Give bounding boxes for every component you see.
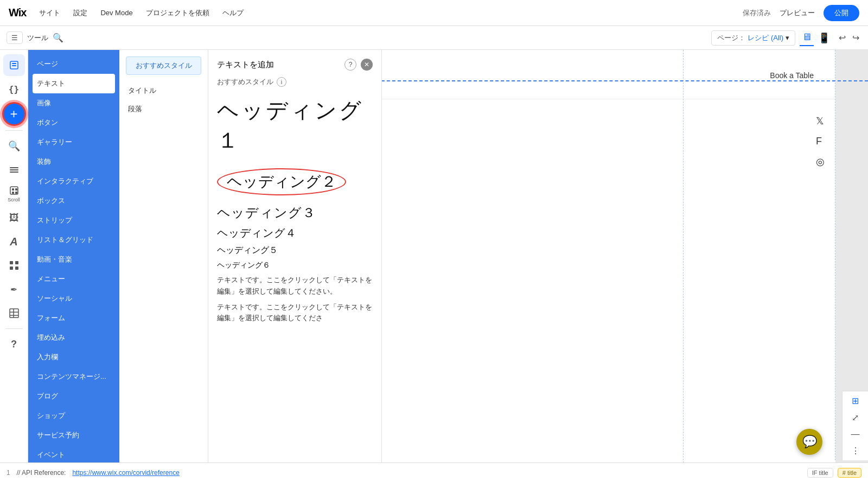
top-nav: Wix サイト 設定 Dev Mode プロジェクトを依頼 ヘルプ 保存済み プ… bbox=[0, 0, 868, 26]
svg-rect-12 bbox=[15, 261, 18, 264]
redo-button[interactable]: ↪ bbox=[850, 30, 861, 45]
sidebar-icon-font[interactable]: A bbox=[3, 231, 25, 252]
style-label: おすすめスタイル i bbox=[217, 77, 373, 87]
left-icon-sidebar: {} + 🔍 Scroll 🖼 A ✒ bbox=[0, 50, 28, 482]
sidebar-icon-search[interactable]: 🔍 bbox=[3, 135, 25, 157]
heading-3-sample[interactable]: ヘッディング３ bbox=[217, 204, 373, 221]
header-icons: ? ✕ bbox=[344, 59, 373, 71]
sidebar-icon-table[interactable] bbox=[3, 302, 25, 324]
cat-event[interactable]: イベント bbox=[28, 445, 119, 465]
body-text-2[interactable]: テキストです。ここをクリックして「テキストを編集」を選択して編集してくださ bbox=[217, 302, 373, 325]
undo-button[interactable]: ↩ bbox=[837, 30, 848, 45]
style-panel: おすすめスタイル タイトル 段落 bbox=[119, 50, 208, 482]
nav-settings[interactable]: 設定 bbox=[73, 6, 87, 20]
tools-label: ツール bbox=[27, 33, 48, 43]
api-reference-link[interactable]: https://www.wix.com/corvid/reference bbox=[72, 469, 179, 477]
cat-button[interactable]: ボタン bbox=[28, 113, 119, 132]
body-text-1[interactable]: テキストです。ここをクリックして「テキストを編集」を選択して編集してください。 bbox=[217, 275, 373, 297]
cat-decoration[interactable]: 装飾 bbox=[28, 152, 119, 172]
view-icons: 🖥 📱 bbox=[800, 29, 832, 46]
cat-text[interactable]: テキスト bbox=[33, 74, 115, 93]
nav-site[interactable]: サイト bbox=[39, 6, 60, 20]
heading-5-sample[interactable]: ヘッディング５ bbox=[217, 245, 373, 256]
sidebar-icon-media[interactable]: 🖼 bbox=[3, 207, 25, 229]
bottom-select-icon[interactable]: ⊞ bbox=[850, 394, 861, 408]
style-title[interactable]: タイトル bbox=[119, 81, 208, 100]
text-style-panel: テキストを追加 ? ✕ おすすめスタイル i ヘッディング１ ヘッディング２ ヘ… bbox=[208, 50, 382, 482]
sidebar-icon-apps[interactable] bbox=[3, 255, 25, 276]
sidebar-icon-add[interactable]: + bbox=[2, 102, 26, 126]
cat-interactive[interactable]: インタラクティブ bbox=[28, 172, 119, 191]
cat-cms[interactable]: コンテンツマネージ... bbox=[28, 367, 119, 386]
sidebar-icon-help[interactable]: ? bbox=[3, 333, 25, 355]
style-paragraph[interactable]: 段落 bbox=[119, 100, 208, 118]
cat-booking[interactable]: サービス予約 bbox=[28, 426, 119, 445]
instagram-icon[interactable]: ◎ bbox=[816, 156, 825, 168]
sidebar-icon-layers[interactable] bbox=[3, 159, 25, 181]
cat-menu[interactable]: メニュー bbox=[28, 269, 119, 289]
code-comment: // API Reference: bbox=[17, 469, 66, 477]
publish-button[interactable]: 公開 bbox=[824, 5, 859, 21]
saved-status: 保存済み bbox=[743, 8, 771, 18]
nav-help[interactable]: ヘルプ bbox=[222, 6, 244, 20]
cat-social[interactable]: ソーシャル bbox=[28, 289, 119, 308]
foursquare-icon[interactable]: F bbox=[816, 136, 825, 147]
svg-rect-5 bbox=[10, 172, 18, 173]
wix-logo: Wix bbox=[9, 7, 26, 19]
sidebar-icon-blog[interactable]: ✒ bbox=[3, 278, 25, 300]
svg-rect-4 bbox=[10, 169, 18, 170]
bottom-icons: IF title # title bbox=[807, 468, 861, 478]
cat-form[interactable]: フォーム bbox=[28, 308, 119, 328]
heading-4-sample[interactable]: ヘッディング４ bbox=[217, 226, 373, 240]
cat-page[interactable]: ページ bbox=[28, 54, 119, 74]
recommended-styles-tab[interactable]: おすすめスタイル bbox=[126, 56, 201, 75]
close-button[interactable]: ✕ bbox=[361, 59, 373, 71]
cat-box[interactable]: ボックス bbox=[28, 191, 119, 211]
chevron-down-icon: ▾ bbox=[786, 34, 789, 42]
bottom-right-icons: ⊞ ⤢ — ⋮ bbox=[842, 391, 868, 460]
bottom-minus-icon[interactable]: — bbox=[849, 427, 862, 441]
page-value: レシピ (All) bbox=[748, 33, 783, 43]
mobile-view-button[interactable]: 📱 bbox=[816, 30, 832, 46]
toolbar-bar: ☰ ツール 🔍 ページ： レシピ (All) ▾ 🖥 📱 ↩ ↪ bbox=[0, 26, 868, 50]
help-button[interactable]: ? bbox=[344, 59, 356, 71]
svg-rect-7 bbox=[12, 188, 14, 191]
nav-devmode[interactable]: Dev Mode bbox=[100, 7, 132, 19]
info-icon[interactable]: i bbox=[277, 77, 286, 87]
sidebar-icon-pages[interactable] bbox=[3, 54, 25, 76]
panel-header: テキストを追加 ? ✕ bbox=[217, 59, 373, 71]
sidebar-icon-scroll[interactable]: Scroll bbox=[3, 183, 25, 205]
sidebar-icon-code[interactable]: {} bbox=[3, 78, 25, 100]
svg-rect-3 bbox=[10, 167, 18, 168]
preview-button[interactable]: プレビュー bbox=[780, 8, 815, 18]
heading-1-sample[interactable]: ヘッディング１ bbox=[217, 96, 373, 155]
undo-redo-group: ↩ ↪ bbox=[837, 30, 861, 45]
nav-project[interactable]: プロジェクトを依頼 bbox=[146, 6, 209, 20]
panels-toggle[interactable]: ☰ bbox=[7, 31, 23, 44]
cat-media[interactable]: 動画・音楽 bbox=[28, 250, 119, 269]
toolbar-search-icon[interactable]: 🔍 bbox=[53, 33, 63, 43]
svg-rect-8 bbox=[15, 188, 17, 191]
if-title-badge[interactable]: IF title bbox=[807, 468, 833, 478]
cat-input[interactable]: 入力欄 bbox=[28, 347, 119, 367]
cat-list-grid[interactable]: リスト＆グリッド bbox=[28, 230, 119, 250]
desktop-view-button[interactable]: 🖥 bbox=[800, 29, 814, 46]
canvas-book-table-btn[interactable]: Book a Table bbox=[770, 71, 814, 80]
page-selector[interactable]: ページ： レシピ (All) ▾ bbox=[711, 30, 795, 46]
heading-2-sample[interactable]: ヘッディング２ bbox=[217, 168, 346, 195]
cat-blog[interactable]: ブログ bbox=[28, 386, 119, 406]
cat-embed[interactable]: 埋め込み bbox=[28, 328, 119, 347]
cat-image[interactable]: 画像 bbox=[28, 93, 119, 113]
twitter-icon[interactable]: 𝕏 bbox=[816, 115, 825, 127]
line-number: 1 bbox=[7, 469, 10, 477]
bottom-more-icon[interactable]: ⋮ bbox=[849, 443, 862, 458]
cat-gallery[interactable]: ギャラリー bbox=[28, 132, 119, 152]
bottom-expand-icon[interactable]: ⤢ bbox=[850, 410, 861, 425]
cat-strip[interactable]: ストリップ bbox=[28, 211, 119, 230]
hash-title-badge[interactable]: # title bbox=[838, 468, 861, 478]
cat-shop[interactable]: ショップ bbox=[28, 406, 119, 426]
svg-rect-14 bbox=[15, 267, 18, 270]
heading-6-sample[interactable]: ヘッディング６ bbox=[217, 261, 373, 270]
chat-bubble[interactable]: 💬 bbox=[796, 429, 822, 455]
social-sidebar: 𝕏 F ◎ bbox=[816, 115, 825, 168]
